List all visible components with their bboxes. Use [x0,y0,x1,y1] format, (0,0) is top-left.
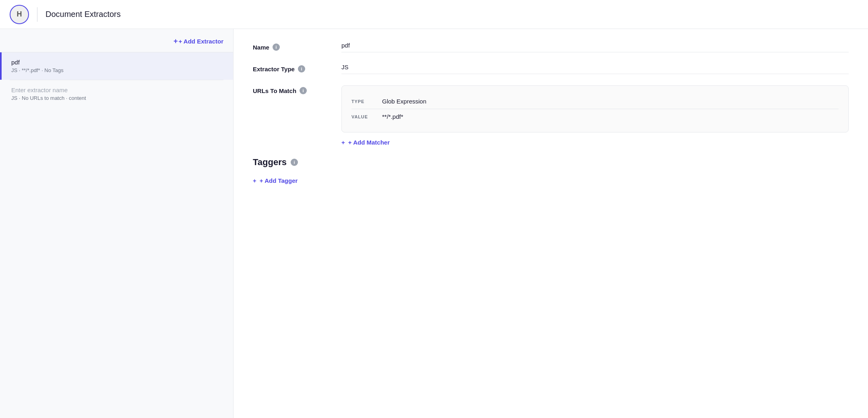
add-extractor-button[interactable]: + + Add Extractor [174,37,223,46]
detail-panel: Name i pdf Extractor Type i JS URLs To M… [234,29,868,418]
matcher-value-key: VALUE [351,114,376,119]
avatar: H [10,5,29,24]
taggers-section: Taggers i + + Add Tagger [253,157,849,184]
extractor-item-name: pdf [11,59,223,66]
name-field-row: Name i pdf [253,42,849,52]
matcher-value-value: **/*.pdf* [382,113,403,120]
extractor-item-new[interactable]: Enter extractor name JS · No URLs to mat… [0,80,233,108]
add-matcher-label: + Add Matcher [348,139,390,146]
name-value: pdf [341,42,849,52]
taggers-title: Taggers i [253,157,849,168]
plus-icon: + [174,37,178,46]
extractor-item-meta: JS · **/*.pdf* · No Tags [11,67,223,73]
add-tagger-label: + Add Tagger [260,177,298,184]
extractor-type-label: Extractor Type i [253,64,341,72]
sidebar-header: + + Add Extractor [0,29,233,52]
matcher-value-row: VALUE **/*.pdf* [351,109,839,124]
extractor-item-pdf[interactable]: pdf JS · **/*.pdf* · No Tags [0,52,233,80]
extractor-item-name-placeholder: Enter extractor name [11,87,223,93]
app-header: H Document Extractors [0,0,868,29]
matcher-type-value: Glob Expression [382,98,426,105]
add-matcher-plus-icon: + [341,139,345,146]
main-layout: + + Add Extractor pdf JS · **/*.pdf* · N… [0,29,868,418]
name-label: Name i [253,42,341,51]
matcher-box: TYPE Glob Expression VALUE **/*.pdf* [341,85,849,132]
matcher-type-key: TYPE [351,99,376,104]
extractor-type-field-row: Extractor Type i JS [253,64,849,74]
sidebar: + + Add Extractor pdf JS · **/*.pdf* · N… [0,29,234,418]
extractor-list: pdf JS · **/*.pdf* · No Tags Enter extra… [0,52,233,418]
header-divider [37,7,37,22]
extractor-type-info-icon[interactable]: i [298,65,305,72]
page-title: Document Extractors [45,10,121,19]
matcher-type-row: TYPE Glob Expression [351,94,839,109]
extractor-item-meta-new: JS · No URLs to match · content [11,95,223,101]
urls-to-match-info-icon[interactable]: i [300,87,307,94]
add-tagger-button[interactable]: + + Add Tagger [253,177,298,184]
add-matcher-button[interactable]: + + Add Matcher [341,139,849,146]
name-info-icon[interactable]: i [273,43,280,51]
urls-to-match-field-row: URLs To Match i TYPE Glob Expression VAL… [253,85,849,146]
add-tagger-plus-icon: + [253,177,256,184]
urls-to-match-label: URLs To Match i [253,85,341,94]
urls-to-match-content: TYPE Glob Expression VALUE **/*.pdf* + +… [341,85,849,146]
taggers-info-icon[interactable]: i [291,159,298,166]
extractor-type-value: JS [341,64,849,74]
